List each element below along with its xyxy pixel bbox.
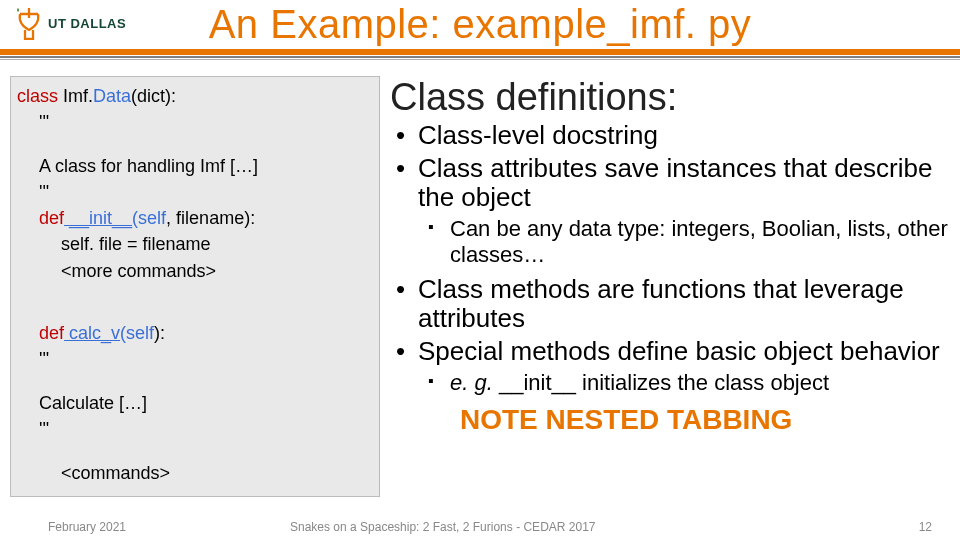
code-line: class Imf.Data(dict):: [17, 83, 371, 109]
code-line: Calculate […]: [17, 390, 371, 416]
footer-date: February 2021: [0, 520, 290, 534]
code-line: <commands>: [17, 460, 371, 486]
slide-title: An Example: example_imf. py: [0, 0, 960, 47]
code-line: A class for handling Imf […]: [17, 153, 371, 179]
bullet: Class attributes save instances that des…: [390, 154, 950, 212]
explanation-column: Class definitions: Class-level docstring…: [384, 76, 950, 497]
title-bar: [0, 49, 960, 55]
code-line: <more commands>: [17, 258, 371, 284]
content-area: class Imf.Data(dict): ''' A class for ha…: [0, 72, 960, 497]
code-line: self. file = filename: [17, 231, 371, 257]
sub-bullet: Can be any data type: integers, Boolian,…: [390, 216, 950, 267]
logo: UT DALLAS: [14, 6, 126, 40]
code-line: ''': [17, 416, 371, 442]
rule: [0, 56, 960, 58]
page-number: 12: [890, 520, 960, 534]
code-line: ''': [17, 346, 371, 372]
footer: February 2021 Snakes on a Spaceship: 2 F…: [0, 520, 960, 534]
sub-bullet: e. g. __init__ initializes the class obj…: [390, 370, 950, 395]
code-line: def calc_v(self):: [17, 320, 371, 346]
bullet: Special methods define basic object beha…: [390, 337, 950, 366]
header: UT DALLAS An Example: example_imf. py: [0, 0, 960, 72]
bullet: Class methods are functions that leverag…: [390, 275, 950, 333]
footer-caption: Snakes on a Spaceship: 2 Fast, 2 Furions…: [290, 520, 890, 534]
bullet: Class-level docstring: [390, 121, 950, 150]
note-callout: NOTE NESTED TABBING: [390, 404, 950, 436]
ut-logo-icon: [14, 6, 44, 40]
code-block: class Imf.Data(dict): ''' A class for ha…: [10, 76, 380, 497]
rule: [0, 59, 960, 60]
code-line: ''': [17, 179, 371, 205]
code-line: ''': [17, 109, 371, 135]
code-line: def __init__(self, filename):: [17, 205, 371, 231]
logo-text: UT DALLAS: [48, 16, 126, 31]
section-heading: Class definitions:: [390, 76, 950, 119]
